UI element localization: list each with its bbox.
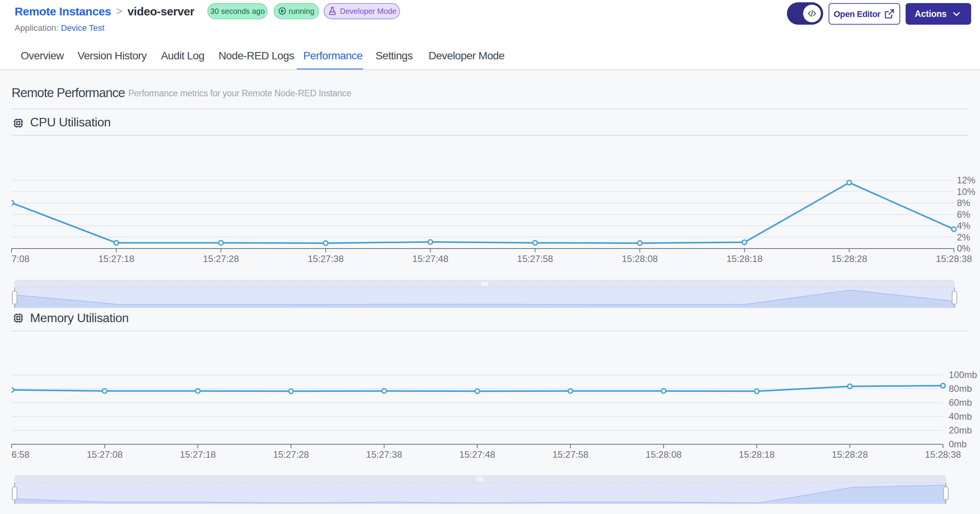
svg-text:12%: 12%: [957, 175, 975, 185]
svg-text:15:28:18: 15:28:18: [726, 254, 762, 264]
svg-text:15:27:48: 15:27:48: [459, 449, 495, 460]
svg-text:15:27:18: 15:27:18: [98, 254, 134, 264]
svg-text:15:27:18: 15:27:18: [180, 449, 216, 460]
svg-text:10%: 10%: [957, 186, 975, 197]
svg-text:80mb: 80mb: [949, 383, 972, 394]
svg-text:6%: 6%: [957, 209, 970, 220]
svg-text:15:27:58: 15:27:58: [552, 449, 588, 460]
svg-text:15:28:08: 15:28:08: [622, 254, 657, 264]
svg-text:7:08: 7:08: [12, 254, 30, 264]
svg-text:6:58: 6:58: [12, 449, 30, 460]
svg-text:0%: 0%: [957, 243, 970, 254]
svg-text:15:28:38: 15:28:38: [925, 449, 961, 460]
svg-text:100mb: 100mb: [949, 370, 977, 380]
svg-text:15:28:18: 15:28:18: [739, 449, 775, 460]
svg-text:8%: 8%: [957, 198, 970, 208]
svg-text:4%: 4%: [957, 220, 970, 231]
svg-text:15:27:28: 15:27:28: [203, 254, 239, 264]
svg-text:15:28:28: 15:28:28: [832, 449, 868, 460]
svg-text:15:27:38: 15:27:38: [366, 449, 402, 460]
svg-text:40mb: 40mb: [949, 411, 972, 422]
svg-text:0mb: 0mb: [949, 439, 967, 449]
svg-text:15:27:08: 15:27:08: [87, 449, 123, 460]
svg-text:15:27:58: 15:27:58: [517, 254, 553, 264]
svg-text:20mb: 20mb: [949, 425, 972, 435]
svg-text:15:27:28: 15:27:28: [273, 449, 309, 460]
svg-text:2%: 2%: [957, 232, 970, 242]
svg-text:15:28:28: 15:28:28: [831, 254, 867, 264]
svg-text:15:27:48: 15:27:48: [412, 254, 448, 264]
svg-text:60mb: 60mb: [949, 397, 972, 408]
svg-text:15:27:38: 15:27:38: [308, 254, 343, 264]
svg-text:15:28:08: 15:28:08: [645, 449, 681, 460]
svg-text:15:28:38: 15:28:38: [936, 254, 972, 264]
